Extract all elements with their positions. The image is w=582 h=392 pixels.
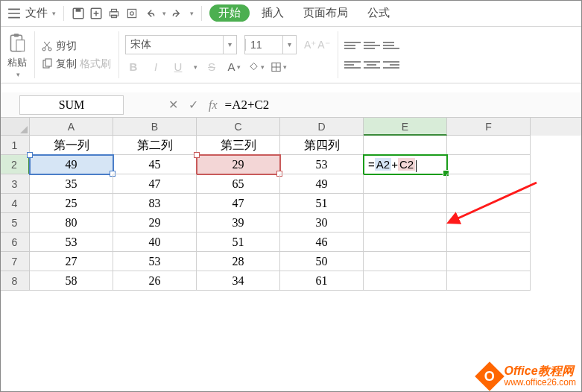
row-header-1[interactable]: 1 [0,136,30,155]
cell[interactable]: 51 [197,233,280,252]
row-header[interactable]: 6 [0,233,30,252]
cut-button[interactable]: 剪切 [41,39,111,53]
col-header-c[interactable]: C [197,118,280,136]
cell[interactable]: 45 [113,155,197,174]
col-header-a[interactable]: A [30,118,113,136]
undo-icon[interactable] [143,7,156,20]
cell[interactable]: 50 [280,252,364,271]
hamburger-icon[interactable] [7,7,21,20]
paste-button[interactable]: 粘贴▾ [7,32,27,78]
cell[interactable]: 53 [280,155,364,174]
cell[interactable]: 58 [30,271,113,291]
cell[interactable] [447,136,531,155]
cell[interactable]: 第四列 [280,136,364,155]
tab-start[interactable]: 开始 [209,4,250,22]
cell[interactable]: 39 [197,213,280,233]
cell[interactable] [364,271,447,291]
cell[interactable] [364,136,447,155]
cell[interactable] [447,194,531,213]
file-menu[interactable]: 文件▾ [25,6,56,20]
cell[interactable]: 27 [30,252,113,271]
cell[interactable]: 28 [197,252,280,271]
row-header[interactable]: 4 [0,194,30,213]
chevron-down-icon[interactable]: ▾ [223,36,236,54]
grow-shrink-font[interactable]: A⁺A⁻ [304,39,330,51]
save-icon[interactable] [72,7,85,20]
chevron-down-icon[interactable]: ▾ [282,36,296,54]
cell-a2[interactable]: 49 [30,155,113,174]
cell[interactable]: 80 [30,213,113,233]
cell[interactable]: 第二列 [113,136,197,155]
cancel-formula-button[interactable]: ✕ [168,98,178,112]
cell[interactable]: 34 [197,271,280,291]
tab-layout[interactable]: 页面布局 [296,6,355,20]
redo-icon[interactable] [171,7,184,20]
font-color-button[interactable]: A▾ [226,59,242,75]
cell[interactable]: 83 [113,194,197,213]
underline-button[interactable]: U [170,59,186,75]
cell-c2[interactable]: 29 [197,155,280,174]
preview-icon[interactable] [125,7,139,20]
cell[interactable] [447,252,531,271]
row-header[interactable]: 5 [0,213,30,233]
align-bottom-button[interactable] [383,38,399,53]
align-top-button[interactable] [344,38,361,53]
cell[interactable] [447,155,531,174]
cell[interactable]: 25 [30,194,113,213]
row-header[interactable]: 8 [0,271,30,291]
cell[interactable]: 第三列 [197,136,280,155]
select-all-corner[interactable] [0,118,30,136]
bold-button[interactable]: B [125,59,142,75]
fill-color-button[interactable]: ▾ [248,59,265,75]
font-size-select[interactable]: 11 ▾ [244,35,297,54]
strike-button[interactable]: S [203,59,220,75]
cell[interactable]: 40 [113,233,197,252]
cell[interactable] [364,213,447,233]
italic-button[interactable]: I [148,59,164,75]
border-button[interactable]: ▾ [271,59,287,75]
cell[interactable]: 53 [30,233,113,252]
name-box[interactable]: SUM [19,95,124,115]
cell[interactable] [364,174,447,194]
row-header[interactable]: 3 [0,174,30,194]
cell[interactable] [447,174,531,194]
cell[interactable]: 53 [113,252,197,271]
cell[interactable]: 65 [197,174,280,194]
save-as-icon[interactable] [89,7,103,20]
col-header-f[interactable]: F [447,118,531,136]
row-header-2[interactable]: 2 [0,155,30,174]
align-left-button[interactable] [344,57,361,72]
cell[interactable]: 47 [113,174,197,194]
col-header-e[interactable]: E [364,118,447,136]
cell[interactable] [447,213,531,233]
cell-e2-active[interactable]: =A2+C2 [364,155,447,174]
print-icon[interactable] [107,7,121,20]
cell[interactable]: 46 [280,233,364,252]
tab-formula[interactable]: 公式 [360,6,397,20]
tab-insert[interactable]: 插入 [254,6,291,20]
cell[interactable] [364,252,447,271]
format-painter-button[interactable]: 格式刷 [80,57,111,71]
copy-button[interactable]: 复制 格式刷 [41,57,111,71]
cell[interactable]: 61 [280,271,364,291]
cell[interactable]: 第一列 [30,136,113,155]
row-header[interactable]: 7 [0,252,30,271]
cell[interactable] [447,271,531,291]
cell[interactable] [447,233,531,252]
font-name-select[interactable]: 宋体 ▾ [125,35,237,54]
align-center-button[interactable] [364,57,380,72]
col-header-d[interactable]: D [280,118,364,136]
col-header-b[interactable]: B [113,118,197,136]
cell[interactable] [364,233,447,252]
cell[interactable]: 51 [280,194,364,213]
cell[interactable]: 49 [280,174,364,194]
align-middle-button[interactable] [364,38,380,53]
formula-input[interactable]: =A2+C2 [218,98,582,113]
cell[interactable]: 47 [197,194,280,213]
cell[interactable] [364,194,447,213]
cell[interactable]: 35 [30,174,113,194]
confirm-formula-button[interactable]: ✓ [189,98,198,112]
align-right-button[interactable] [383,57,399,72]
cell[interactable]: 29 [113,213,197,233]
fx-button[interactable]: fx [209,98,218,112]
